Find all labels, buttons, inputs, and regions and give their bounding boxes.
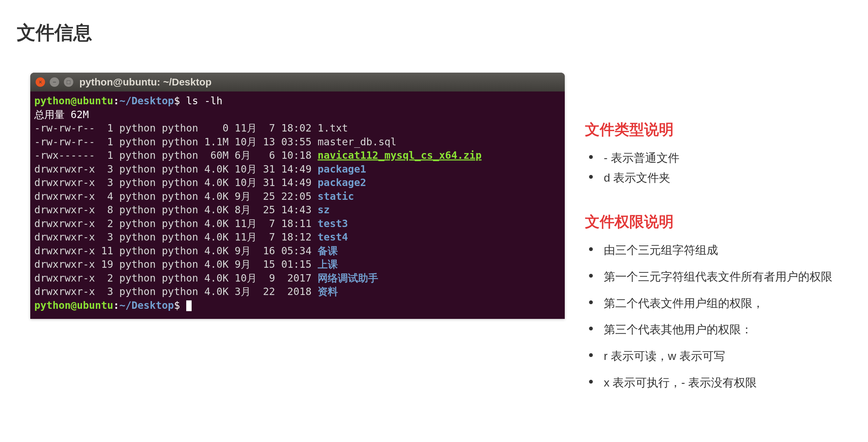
file-perm-heading: 文件权限说明	[585, 212, 851, 232]
list-item: r 表示可读，w 表示可写	[588, 347, 851, 365]
minimize-icon[interactable]: −	[50, 77, 59, 87]
file-type-list: - 表示普通文件 d 表示文件夹	[585, 149, 851, 186]
terminal-title: python@ubuntu: ~/Desktop	[79, 76, 212, 88]
cursor-icon	[186, 300, 192, 311]
terminal-body[interactable]: python@ubuntu:~/Desktop$ ls -lh 总用量 62M …	[30, 91, 565, 319]
list-item: x 表示可执行，- 表示没有权限	[588, 374, 851, 391]
list-item: d 表示文件夹	[588, 169, 851, 187]
maximize-icon[interactable]: □	[64, 77, 73, 87]
list-item: 第一个三元字符组代表文件所有者用户的权限	[588, 268, 851, 286]
list-item: 第二个代表文件用户组的权限，	[588, 294, 851, 312]
close-icon[interactable]: ×	[36, 77, 45, 87]
terminal-window: × − □ python@ubuntu: ~/Desktop python@ub…	[30, 73, 565, 319]
list-item: 由三个三元组字符组成	[588, 241, 851, 259]
page-title: 文件信息	[17, 20, 851, 46]
list-item: - 表示普通文件	[588, 149, 851, 167]
window-controls: × − □	[36, 77, 73, 87]
terminal-titlebar: × − □ python@ubuntu: ~/Desktop	[30, 73, 565, 91]
file-perm-list: 由三个三元组字符组成 第一个三元字符组代表文件所有者用户的权限 第二个代表文件用…	[585, 241, 851, 391]
list-item: 第三个代表其他用户的权限：	[588, 321, 851, 338]
file-type-heading: 文件类型说明	[585, 120, 851, 140]
